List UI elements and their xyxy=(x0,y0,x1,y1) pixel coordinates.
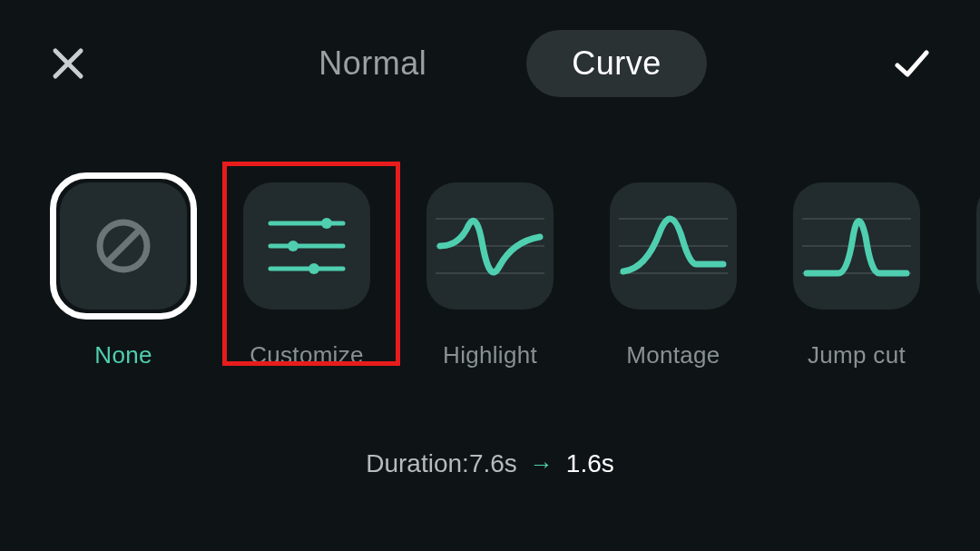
tab-normal[interactable]: Normal xyxy=(273,30,472,97)
mode-tabs: Normal Curve xyxy=(91,30,889,97)
close-button[interactable] xyxy=(45,41,91,86)
svg-point-9 xyxy=(309,263,319,274)
curve-jumpcut-icon xyxy=(793,182,920,310)
duration-to: 1.6s xyxy=(566,449,614,478)
curve-montage-icon xyxy=(610,182,737,310)
svg-point-5 xyxy=(321,218,332,229)
option-label: Montage xyxy=(626,341,720,369)
duration-label: Duration:7.6s xyxy=(366,449,517,478)
svg-line-3 xyxy=(109,231,138,261)
curve-flash-icon xyxy=(976,182,980,310)
none-icon xyxy=(60,182,187,310)
option-label: Jump cut xyxy=(808,341,906,369)
header: Normal Curve xyxy=(0,0,980,100)
option-none[interactable]: None xyxy=(50,172,197,369)
tab-curve[interactable]: Curve xyxy=(526,30,707,97)
option-montage[interactable]: Montage xyxy=(600,172,747,369)
sliders-icon xyxy=(243,182,370,310)
svg-point-7 xyxy=(288,241,299,251)
arrow-icon: → xyxy=(530,450,554,478)
close-icon xyxy=(50,45,86,82)
option-jumpcut[interactable]: Jump cut xyxy=(783,172,930,369)
duration-footer: Duration:7.6s → 1.6s xyxy=(0,449,980,478)
curve-options-row[interactable]: None Customize xyxy=(0,100,980,369)
curve-highlight-icon xyxy=(426,182,554,310)
confirm-button[interactable] xyxy=(889,41,935,86)
option-customize[interactable]: Customize xyxy=(233,172,380,369)
option-label: None xyxy=(94,341,152,369)
option-highlight[interactable]: Highlight xyxy=(416,172,564,369)
option-label: Highlight xyxy=(443,341,537,369)
check-icon xyxy=(892,44,932,84)
option-flash[interactable]: flash xyxy=(966,172,980,369)
